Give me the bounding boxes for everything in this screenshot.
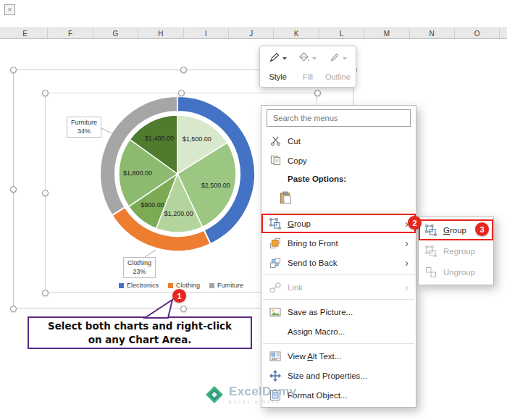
exceldemy-watermark: ExcelDemy EXCEL & DATA: [205, 385, 296, 404]
exceldemy-logo-icon: [205, 385, 224, 404]
watermark-brand: ExcelDemy: [229, 385, 296, 399]
callout-line-1: Select both charts and right-click: [48, 319, 232, 332]
fill-bucket-icon: [298, 51, 310, 66]
toolbar-button-label: Style: [269, 72, 286, 81]
toolbar-style-button[interactable]: Style: [264, 51, 292, 83]
menu-item-link[interactable]: Link›: [261, 277, 416, 297]
menu-item-regroup[interactable]: Regroup: [419, 240, 493, 261]
category-label-name: Clothing: [127, 259, 151, 268]
outline-pen-icon: [329, 51, 340, 66]
menu-item-cut[interactable]: Cut: [261, 131, 416, 151]
watermark-tagline: EXCEL & DATA: [229, 400, 296, 404]
callout-line-2: on any Chart Area.: [88, 333, 192, 346]
scissors-icon: [269, 135, 282, 148]
outer-selection-handle[interactable]: [10, 67, 17, 73]
object-anchor-icon: ×: [4, 4, 15, 15]
category-label-percent: 23%: [127, 268, 151, 277]
no-icon: [269, 172, 282, 185]
outer-selection-handle[interactable]: [180, 67, 187, 73]
legend-swatch: [168, 283, 173, 288]
submenu-arrow-icon: ›: [405, 258, 408, 268]
copy-icon: [269, 154, 282, 167]
data-label: $1,200.00: [164, 210, 193, 217]
category-label-furniture[interactable]: Furniture 34%: [67, 117, 101, 138]
submenu-arrow-icon: ›: [405, 238, 408, 248]
chart-selection-handle[interactable]: [178, 90, 185, 96]
picture-icon: [269, 306, 282, 319]
data-label: $1,500.00: [183, 135, 211, 143]
menu-caption-paste-options: Paste Options:: [261, 170, 416, 188]
outer-selection-handle[interactable]: [10, 186, 17, 193]
data-label: $900.00: [141, 201, 164, 209]
submenu-arrow-icon: ›: [405, 282, 408, 293]
group-icon: [424, 245, 437, 258]
column-header-i[interactable]: I: [184, 28, 229, 38]
column-header-o[interactable]: O: [455, 28, 500, 38]
chart-selection-handle[interactable]: [42, 90, 49, 96]
menu-item-assign-macro[interactable]: Assign Macro...: [261, 322, 416, 341]
no-icon: [269, 325, 282, 338]
paste-icon[interactable]: [277, 190, 294, 207]
toolbar-button-label: Outline: [325, 72, 351, 81]
chart-selection-handle[interactable]: [42, 290, 49, 296]
outer-selection-handle[interactable]: [180, 306, 187, 312]
group-icon: [424, 224, 437, 237]
menu-separator: [263, 274, 414, 275]
menu-item-bring-to-front[interactable]: Bring to Front›: [261, 233, 416, 253]
context-menu-items: CutCopyPaste Options:Group›Bring to Fron…: [261, 131, 416, 405]
data-label: $2,500.00: [201, 182, 230, 189]
column-header-n[interactable]: N: [410, 28, 455, 38]
column-header-e[interactable]: E: [3, 28, 48, 38]
label-leader-line: [145, 250, 156, 257]
column-headers: EFGHIJKLMNO: [0, 28, 507, 39]
style-pen-icon: [269, 51, 280, 66]
column-header-j[interactable]: J: [229, 28, 274, 38]
category-label-percent: 34%: [71, 127, 97, 136]
toolbar-outline-button[interactable]: Outline: [324, 51, 352, 83]
bring-front-icon: [269, 237, 282, 250]
menu-separator: [263, 343, 414, 344]
chevron-down-icon: [343, 57, 347, 60]
context-menu: Search the menus CutCopyPaste Options:Gr…: [261, 105, 416, 408]
category-label-clothing[interactable]: Clothing 23%: [123, 257, 156, 278]
menu-separator: [263, 211, 414, 211]
legend-item-electronics[interactable]: Electronics: [119, 282, 159, 289]
step-badge-3: 3: [475, 222, 489, 236]
ungroup-icon: [424, 266, 437, 279]
menu-item-copy[interactable]: Copy: [261, 151, 416, 170]
menu-item-group[interactable]: Group›: [261, 214, 416, 233]
column-header-f[interactable]: F: [48, 28, 93, 38]
menu-item-save-as-picture[interactable]: Save as Picture...: [261, 302, 416, 322]
legend-item-furniture[interactable]: Furniture: [209, 282, 243, 289]
toolbar-fill-button[interactable]: Fill: [293, 51, 322, 83]
menu-separator: [263, 299, 414, 300]
column-header-l[interactable]: L: [319, 28, 364, 38]
chart-selection-handle[interactable]: [42, 190, 49, 196]
instruction-callout: Select both charts and right-click on an…: [28, 316, 252, 349]
menu-item-send-to-back[interactable]: Send to Back›: [261, 253, 416, 272]
legend-label: Clothing: [176, 282, 200, 289]
search-the-menus-input[interactable]: Search the menus: [267, 109, 411, 127]
legend-item-clothing[interactable]: Clothing: [168, 282, 200, 289]
data-label: $1,800.00: [123, 169, 152, 177]
label-leader-line: [100, 127, 112, 133]
chart-selection-handle[interactable]: [314, 90, 321, 96]
chevron-down-icon: [282, 57, 287, 60]
menu-item-view-alt-text[interactable]: View Alt Text...: [261, 346, 416, 366]
menu-item-size-and-properties[interactable]: Size and Properties...: [261, 366, 416, 385]
column-header-m[interactable]: M: [364, 28, 409, 38]
legend-swatch: [209, 283, 214, 288]
paste-options-row: [261, 188, 416, 209]
excel-screen: × EFGHIJKLMNO $1,500.00$2,500.00$1,200.0…: [0, 0, 507, 420]
chevron-down-icon: [312, 57, 317, 60]
menu-item-ungroup[interactable]: Ungroup: [419, 261, 493, 282]
column-header-h[interactable]: H: [138, 28, 183, 38]
toolbar-button-label: Fill: [303, 72, 313, 81]
column-header-g[interactable]: G: [93, 28, 138, 38]
outer-selection-handle[interactable]: [10, 306, 17, 312]
link-icon: [269, 281, 282, 294]
data-label: $1,400.00: [145, 135, 174, 142]
category-label-name: Furniture: [71, 119, 97, 127]
column-header-k[interactable]: K: [274, 28, 319, 38]
step-badge-1: 1: [172, 289, 186, 303]
